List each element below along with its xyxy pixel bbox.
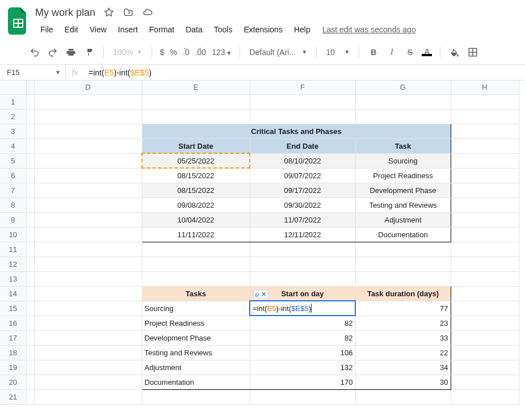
cell[interactable]: 08/15/2022 [142,183,250,198]
row-header[interactable]: 4 [0,138,26,153]
name-box[interactable]: F15 ▼ [0,65,66,80]
cell[interactable] [250,271,355,286]
cell[interactable] [34,360,142,375]
text-color-button[interactable]: A [421,45,433,60]
cell[interactable] [26,153,34,168]
cell[interactable] [26,360,34,375]
cell[interactable]: 12/11/2022 [250,227,355,242]
cell[interactable]: Adjustment [142,360,250,375]
cell[interactable] [34,330,142,345]
cell[interactable] [142,242,250,257]
formula-bar-input[interactable]: =int(E5)-int($E$5) [84,68,525,77]
redo-button[interactable] [45,45,60,60]
cell[interactable] [34,316,142,330]
cell[interactable] [451,271,519,286]
cell[interactable] [26,183,34,198]
row-header[interactable]: 13 [0,271,26,286]
cell[interactable] [451,168,519,183]
star-icon[interactable] [103,7,115,18]
cell[interactable]: Development Phase [355,183,451,198]
row-header[interactable]: 8 [0,198,26,212]
row-header[interactable]: 18 [0,345,26,360]
cell[interactable] [355,109,451,124]
sheets-logo[interactable] [7,6,30,36]
row-header[interactable]: 5 [0,153,26,168]
cell[interactable] [451,389,519,404]
cell[interactable]: 23 [355,316,451,330]
strikethrough-button[interactable]: S [402,45,417,60]
cloud-status-icon[interactable] [142,7,153,18]
row-header[interactable]: 6 [0,168,26,183]
italic-button[interactable]: I [384,45,399,60]
cell[interactable] [34,257,142,271]
cell[interactable] [34,124,142,138]
col-header-h[interactable]: H [451,81,519,94]
cell[interactable]: 11/07/2022 [250,212,355,227]
cell[interactable] [451,153,519,168]
close-icon[interactable]: ✕ [261,291,266,298]
cell[interactable]: 10/04/2022 [142,212,250,227]
row-header[interactable]: 21 [0,389,26,404]
last-edit-link[interactable]: Last edit was seconds ago [322,25,416,34]
row-header[interactable]: 16 [0,316,26,330]
cell[interactable] [250,109,355,124]
cell[interactable] [34,94,142,109]
percent-button[interactable]: % [169,48,178,57]
paint-format-button[interactable] [82,45,96,60]
row-header[interactable]: 3 [0,124,26,138]
cell[interactable]: 11/11/2022 [142,227,250,242]
cell[interactable] [451,183,519,198]
cell[interactable] [451,330,519,345]
row-header[interactable]: 20 [0,375,26,389]
cell[interactable] [34,271,142,286]
fill-color-button[interactable] [447,45,462,60]
cell[interactable] [26,138,34,153]
cell[interactable]: Project Readiness [355,168,451,183]
increase-decimal-button[interactable]: .00→ [194,48,207,57]
cell[interactable] [250,242,355,257]
select-all-corner[interactable] [0,81,26,94]
cell[interactable] [26,94,34,109]
cell[interactable]: 09/17/2022 [250,183,355,198]
borders-button[interactable] [465,45,480,60]
row-header[interactable]: 14 [0,286,26,301]
cell[interactable] [451,198,519,212]
cell[interactable] [34,198,142,212]
menu-edit[interactable]: Edit [60,23,83,36]
cell[interactable] [451,94,519,109]
col-header-d[interactable]: D [34,81,142,94]
cell[interactable] [355,94,451,109]
cell[interactable]: 34 [355,360,451,375]
menu-file[interactable]: File [35,23,58,36]
cell[interactable] [26,242,34,257]
move-icon[interactable] [123,7,134,18]
cell[interactable] [26,271,34,286]
cell[interactable] [451,257,519,271]
cell[interactable]: Sourcing [355,153,451,168]
menu-format[interactable]: Format [144,23,179,36]
cell[interactable] [451,138,519,153]
cell[interactable] [26,227,34,242]
col-header-f[interactable]: F [250,81,355,94]
cell[interactable] [250,94,355,109]
cell[interactable] [34,183,142,198]
font-family-dropdown[interactable]: Default (Ari... ▼ [247,48,309,57]
menu-data[interactable]: Data [180,23,208,36]
cell[interactable]: Task [355,138,451,153]
cell[interactable] [26,345,34,360]
cell[interactable] [26,109,34,124]
cell[interactable] [142,94,250,109]
cell[interactable] [142,257,250,271]
cell[interactable] [34,153,142,168]
cell[interactable]: Sourcing [142,301,250,316]
cell[interactable] [26,212,34,227]
formula-result-hint[interactable]: 0 ✕ [253,289,268,299]
cell[interactable]: 132 [250,360,355,375]
cell[interactable] [250,257,355,271]
cell[interactable]: 22 [355,345,451,360]
menu-view[interactable]: View [85,23,112,36]
doc-title[interactable]: My work plan [35,7,95,19]
cell[interactable] [34,168,142,183]
row-header[interactable]: 19 [0,360,26,375]
cell[interactable]: Task duration (days) [355,286,451,301]
